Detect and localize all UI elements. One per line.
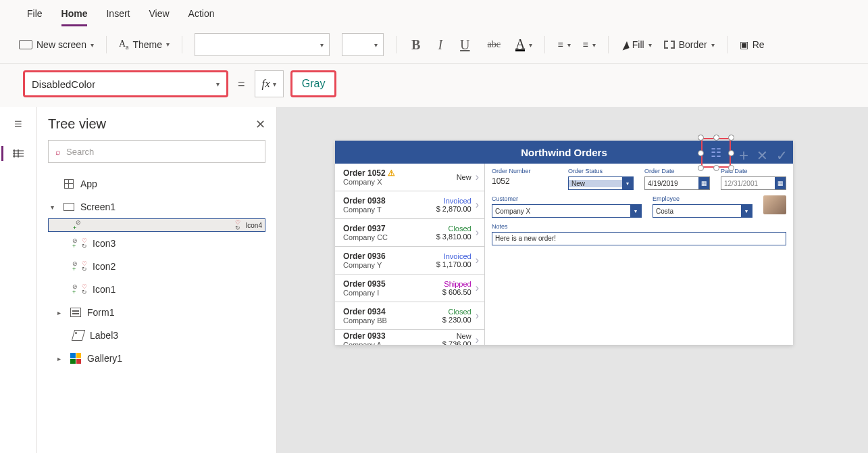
tree-item-label3[interactable]: Label3 — [48, 324, 265, 347]
icon-control-icon: ⊘♡+↻ — [73, 219, 240, 231]
value-notes: Here is a new order! — [495, 235, 556, 242]
order-row[interactable]: Order 0938Company TInvoiced$ 2,870.00› — [335, 191, 484, 219]
reorder-label: Re — [752, 39, 765, 50]
property-selector[interactable]: DisabledColor ▾ — [23, 70, 228, 97]
tree-item-screen1[interactable]: ▾ Screen1 — [48, 195, 265, 218]
order-status-dropdown[interactable]: New▾ — [568, 176, 634, 190]
reorder-icon: ▣ — [740, 39, 748, 50]
screen-icon — [63, 201, 75, 213]
chevron-down-icon: ▾ — [91, 41, 94, 49]
underline-button[interactable]: U — [457, 37, 472, 53]
order-row[interactable]: Order 1052⚠Company XNew› — [335, 164, 484, 191]
order-row[interactable]: Order 0937Company CCClosed$ 3,810.00› — [335, 219, 484, 247]
valign-button[interactable]: ≡▾ — [583, 39, 596, 50]
font-family-dropdown[interactable]: ▾ — [195, 33, 330, 56]
paid-date-picker[interactable]: 12/31/2001▦ — [721, 176, 786, 190]
formula-input[interactable]: Gray — [290, 70, 337, 97]
order-company: Company CC — [343, 233, 434, 241]
gallery-icon — [70, 352, 82, 364]
tab-view[interactable]: View — [149, 5, 169, 26]
caret-icon: ▾ — [51, 204, 57, 211]
order-company: Company BB — [343, 316, 434, 325]
order-company: Company Y — [343, 261, 434, 269]
tab-home[interactable]: Home — [61, 5, 88, 26]
order-status: Shipped — [434, 280, 471, 288]
employee-dropdown[interactable]: Costa▾ — [653, 204, 752, 218]
order-amount: $ 2,870.00 — [434, 205, 471, 213]
tree-item-icon1[interactable]: ⊘♡+↻ Icon1 — [48, 278, 265, 301]
tab-insert[interactable]: Insert — [106, 5, 130, 26]
tree-item-icon3[interactable]: ⊘♡+↻ Icon3 — [48, 232, 265, 255]
tree-item-app[interactable]: App — [48, 172, 265, 195]
chevron-down-icon: ▾ — [630, 205, 641, 217]
tree-view-pane: Tree view ✕ ⌕ Search App ▾ Screen1 ⊘♡+↻ … — [37, 107, 277, 453]
tree-search-input[interactable]: ⌕ Search — [48, 140, 265, 163]
cancel-icon[interactable]: ✕ — [757, 147, 768, 164]
tree-item-icon4[interactable]: ⊘♡+↻ Icon4 — [48, 218, 265, 232]
chevron-right-icon: › — [471, 171, 479, 183]
calendar-icon: ▦ — [698, 177, 709, 189]
tree-item-gallery1[interactable]: ▸ Gallery1 — [48, 347, 265, 370]
tree-item-icon2[interactable]: ⊘♡+↻ Icon2 — [48, 255, 265, 278]
search-icon: ⌕ — [55, 147, 61, 157]
order-date-picker[interactable]: 4/19/2019▦ — [644, 176, 710, 190]
canvas: Northwind Orders ☷ + ✕ ✓ Order 1052⚠Comp… — [277, 107, 868, 453]
theme-button[interactable]: Aa Theme ▾ — [119, 39, 170, 51]
order-row[interactable]: Order 0935Company IShipped$ 606.50› — [335, 275, 484, 302]
label-paid-date: Paid Date — [721, 168, 786, 174]
tree-item-label: Screen1 — [80, 201, 116, 212]
order-row[interactable]: Order 0936Company YInvoiced$ 1,170.00› — [335, 247, 484, 275]
order-amount: $ 606.50 — [434, 288, 471, 296]
fill-button[interactable]: ◢ Fill▾ — [621, 39, 652, 50]
fx-button[interactable]: fx ▾ — [255, 70, 284, 97]
left-rail: ☰ — [0, 107, 37, 453]
screen-icon — [19, 40, 32, 49]
hamburger-icon[interactable]: ☰ — [11, 116, 26, 131]
order-row[interactable]: Order 0933Company ANew$ 736.00› — [335, 330, 484, 345]
order-name: Order 1052 — [343, 168, 386, 178]
tree-item-form1[interactable]: ▸ Form1 — [48, 301, 265, 324]
tree-item-label: Icon3 — [93, 238, 116, 249]
save-icon[interactable]: ✓ — [776, 147, 788, 164]
order-gallery[interactable]: Order 1052⚠Company XNew›Order 0938Compan… — [335, 164, 485, 345]
border-button[interactable]: Border▾ — [664, 39, 715, 50]
separator — [106, 36, 107, 53]
order-amount: $ 3,810.00 — [434, 233, 471, 241]
add-icon[interactable]: + — [739, 149, 748, 162]
tree-view-rail-icon[interactable] — [1, 146, 26, 161]
order-status: Closed — [434, 224, 471, 233]
align-button[interactable]: ≡▾ — [557, 39, 570, 50]
chevron-down-icon: ▾ — [166, 41, 170, 48]
search-placeholder: Search — [66, 147, 94, 157]
app-header: Northwind Orders ☷ + ✕ ✓ — [335, 141, 793, 164]
align-icon: ≡ — [557, 39, 563, 50]
customer-dropdown[interactable]: Company X▾ — [492, 204, 642, 218]
valign-icon: ≡ — [583, 39, 588, 50]
icon-control-icon: ⊘♡+↻ — [72, 283, 87, 295]
label-order-status: Order Status — [568, 168, 634, 174]
new-screen-button[interactable]: New screen ▾ — [19, 39, 94, 50]
app-preview[interactable]: Northwind Orders ☷ + ✕ ✓ Order 1052⚠Comp… — [335, 141, 793, 345]
strikethrough-button[interactable]: abc — [485, 39, 503, 50]
label-customer: Customer — [492, 195, 642, 202]
order-company: Company I — [343, 289, 434, 297]
font-size-dropdown[interactable]: ▾ — [342, 33, 384, 56]
selected-control-icon4[interactable]: ☷ — [701, 138, 731, 168]
font-color-button[interactable]: A▾ — [515, 39, 532, 51]
bold-button[interactable]: B — [409, 37, 423, 53]
border-label: Border — [679, 39, 707, 50]
warning-icon: ⚠ — [388, 168, 395, 178]
notes-input[interactable]: Here is a new order! — [492, 232, 786, 245]
tab-file[interactable]: File — [27, 5, 43, 26]
tree-item-label: App — [80, 178, 97, 189]
chevron-right-icon: › — [471, 334, 479, 345]
order-row[interactable]: Order 0934Company BBClosed$ 230.00› — [335, 302, 484, 330]
close-icon[interactable]: ✕ — [255, 117, 265, 132]
order-amount: $ 1,170.00 — [434, 260, 471, 268]
tab-action[interactable]: Action — [188, 5, 215, 26]
order-company: Company T — [343, 206, 434, 214]
reorder-button[interactable]: ▣ Re — [740, 39, 765, 50]
italic-button[interactable]: I — [435, 37, 445, 53]
formula-bar: DisabledColor ▾ = fx ▾ Gray — [0, 64, 868, 107]
order-name: Order 0935 — [343, 279, 386, 289]
